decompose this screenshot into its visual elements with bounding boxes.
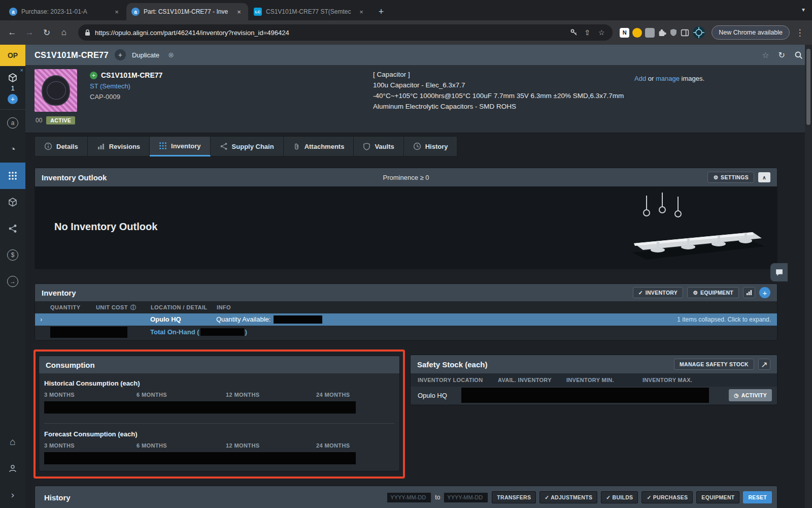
chat-fab-button[interactable] [770,263,788,281]
tab-details[interactable]: Details [35,136,88,156]
manage-safety-stock-button[interactable]: MANAGE SAFETY STOCK [674,359,754,370]
inventory-location-row[interactable]: › Opulo HQ Quantity Available: 1 items c… [35,313,777,326]
back-icon[interactable]: ← [5,25,19,40]
location-name: Opulo HQ [150,315,181,323]
notion-extension-icon[interactable]: N [620,28,629,38]
builds-filter-button[interactable]: ✓ BUILDS [601,491,638,503]
external-link-button[interactable]: ↗ [758,359,770,370]
new-tab-button[interactable]: + [374,5,388,19]
tab-history[interactable]: History [404,136,458,156]
browser-menu-kebab-icon[interactable]: ⋮ [793,25,807,40]
paperclip-icon [293,143,300,150]
reset-filters-button[interactable]: RESET [743,491,772,503]
password-key-icon[interactable] [570,28,578,37]
sidebar-item-aligni[interactable]: a [0,110,25,136]
forward-icon[interactable]: → [22,25,37,40]
status-badge: ACTIVE [46,116,75,124]
prominence-filter: Prominence ≥ 0 [35,174,777,181]
tab-label: Attachments [304,143,345,150]
sidebar-item-transfers[interactable]: → [0,268,25,295]
shield-extension-icon[interactable] [669,28,678,37]
share-icon[interactable]: ⇧ [582,27,592,38]
redacted-total-quantity [50,327,127,338]
browser-tab-purchase[interactable]: a Purchase: 2023-11-01-A × [4,3,126,20]
empty-outlook-message: No Inventory Outlook [54,221,157,233]
browser-tab-lcsc[interactable]: LC CS1V101M-CRE77 ST(Semtec × [249,3,370,20]
reload-icon[interactable]: ↻ [40,25,54,40]
inventory-total-row: Total On-Hand () [35,326,777,339]
scrollbar-thumb[interactable] [806,49,810,125]
col-unit-cost: UNIT COST [96,304,128,310]
side-panel-icon[interactable] [681,28,689,37]
dismiss-icon[interactable]: ⊗ [165,49,177,60]
favorite-star-icon[interactable]: ☆ [762,50,769,60]
yellow-extension-icon[interactable] [632,28,642,38]
url-text[interactable]: https://opulo.aligni.com/part/462414/inv… [95,29,566,37]
tab-title: Purchase: 2023-11-01-A [21,8,109,15]
sidebar-item-reports[interactable]: ◔ [0,136,25,163]
sidebar-item-home[interactable]: ⌂ [0,429,25,455]
purchases-filter-button[interactable]: ✓ PURCHASES [641,491,693,503]
sidebar-item-packages[interactable] [0,189,25,215]
close-context-icon[interactable]: × [20,67,23,73]
expand-chevron-icon[interactable]: › [40,315,42,323]
tab-attachments[interactable]: Attachments [284,136,354,156]
home-icon[interactable]: ⌂ [57,25,71,40]
vault-shield-icon [363,143,370,150]
picklist-add-button[interactable]: + [8,94,18,104]
adjustments-filter-button[interactable]: ✓ ADJUSTMENTS [539,491,597,503]
sidebar-expand-chevron[interactable]: › [0,482,25,508]
info-icon[interactable]: ⓘ [130,304,136,311]
collapse-panel-button[interactable]: ∧ [758,172,770,182]
equipment-filter-button[interactable]: ⚙EQUIPMENT [687,287,739,298]
tab-close-icon[interactable]: × [357,8,365,16]
outlook-settings-button[interactable]: ⚙SETTINGS [707,172,754,183]
gray-extension-icon[interactable] [645,28,655,38]
part-title: CS1V101M-CRE77 [35,50,109,60]
manage-images-link[interactable]: manage [656,75,680,82]
address-bar[interactable]: https://opulo.aligni.com/part/462414/inv… [78,24,613,41]
profile-avatar[interactable] [692,26,705,39]
transfers-filter-button[interactable]: TRANSFERS [492,491,536,503]
history-date-from-input[interactable] [387,492,431,503]
tab-revisions[interactable]: Revisions [88,136,150,156]
recent-history-icon[interactable]: ↻ [779,50,785,60]
workspace-logo[interactable]: OP [0,45,25,66]
tab-close-icon[interactable]: × [235,8,243,16]
period-24-months: 24 MONTHS [316,392,394,398]
date-range-to-label: to [435,494,440,501]
inventory-chart-button[interactable] [743,287,755,298]
tab-supply-chain[interactable]: Supply Chain [211,136,284,156]
inventory-grid-icon [159,142,167,150]
extensions-puzzle-icon[interactable] [658,28,666,37]
add-to-list-icon[interactable]: + [90,72,97,79]
search-icon[interactable] [794,51,803,59]
total-close-paren: ) [245,328,247,336]
equipment-filter-button[interactable]: EQUIPMENT [696,491,739,503]
browser-tab-part-active[interactable]: a Part: CS1V101M-CRE77 - Inve × [126,3,248,20]
collapsed-items-note[interactable]: 1 items collapsed. Click to expand. [677,316,771,323]
page-scrollbar[interactable] [805,45,812,508]
manufacturer-link[interactable]: ST (Semtech) [90,82,162,90]
part-thumbnail[interactable] [35,69,77,112]
add-image-link[interactable]: Add [634,75,646,82]
tab-close-icon[interactable]: × [113,8,121,16]
sidebar-item-account[interactable] [0,455,25,482]
sidebar-item-supply[interactable] [0,215,25,242]
tab-vaults[interactable]: Vaults [354,136,403,156]
add-inventory-button[interactable]: + [759,287,770,298]
app-sidebar: OP × 1 + a ◔ $ → ⌂ › [0,45,25,508]
activity-button[interactable]: ◷ACTIVITY [729,389,772,401]
picklist-package-icon[interactable] [8,73,17,82]
bookmark-star-icon[interactable]: ☆ [596,27,606,38]
chrome-update-button[interactable]: New Chrome available [712,25,790,40]
sidebar-item-purchasing[interactable]: $ [0,242,25,268]
images-note-text: or [646,75,656,82]
history-date-to-input[interactable] [444,492,488,503]
sidebar-item-parts[interactable] [0,163,25,189]
tab-inventory-active[interactable]: Inventory [150,136,211,156]
tab-search-chevron-icon[interactable]: ▾ [802,6,805,13]
inventory-filter-button[interactable]: ✓INVENTORY [633,287,684,298]
duplicate-button[interactable]: Duplicate [132,51,159,59]
add-part-icon[interactable]: + [115,49,126,60]
